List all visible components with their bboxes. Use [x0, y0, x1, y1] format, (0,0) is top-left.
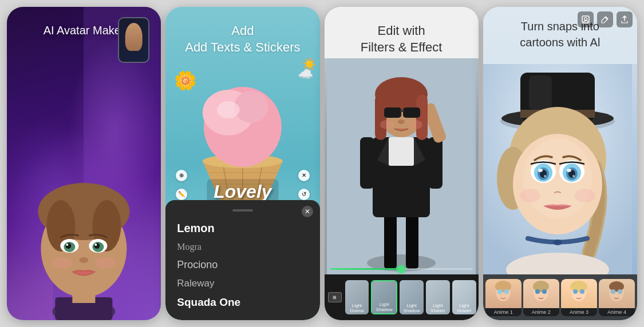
svg-rect-37 [389, 137, 414, 166]
filter-label-4: Light Shader [426, 303, 450, 313]
svg-point-52 [409, 120, 422, 129]
anime-face-1 [493, 281, 513, 306]
svg-point-87 [533, 281, 549, 292]
svg-point-17 [52, 257, 73, 269]
svg-point-72 [538, 169, 543, 172]
svg-point-73 [567, 169, 571, 172]
svg-point-13 [94, 243, 100, 249]
anime-label-4: Anime 4 [599, 308, 635, 316]
filter-thumb-1[interactable]: Light Drama [345, 280, 369, 314]
svg-point-77 [575, 189, 595, 202]
fashion-figure-svg [327, 58, 476, 274]
svg-point-18 [96, 257, 116, 269]
svg-rect-45 [375, 94, 386, 140]
ai-face-svg [21, 137, 147, 320]
svg-point-89 [542, 289, 547, 294]
font-dropdown[interactable]: ✕ Lemon Mogra Prociono Raleway Squada On… [165, 200, 319, 320]
card-ai-avatar: AI Avatar Maker [7, 7, 161, 320]
filter-slider-area [325, 268, 479, 270]
filter-slider-track[interactable] [330, 268, 473, 270]
svg-point-16 [80, 257, 89, 263]
svg-point-85 [504, 289, 509, 294]
cartoon-face-area [483, 64, 637, 274]
svg-point-14 [66, 244, 69, 246]
pencil-icon [601, 15, 609, 23]
filter-label-2: Light Shadow [372, 302, 396, 312]
font-item-lemon[interactable]: Lemon [165, 218, 319, 238]
text-edit-pencil-btn[interactable]: ✏️ [176, 189, 187, 200]
card-cartoon-ai: Turn snaps intocartoons with Al [483, 7, 637, 320]
svg-point-91 [570, 281, 587, 292]
filter-label-3: Light Shadow [400, 303, 424, 313]
filter-thumb-2[interactable]: Light Shadow [371, 280, 397, 314]
mini-phone-frame [118, 17, 149, 63]
svg-rect-48 [403, 107, 420, 118]
anime-thumb-1[interactable]: Anime 1 [485, 279, 521, 316]
cartoon-face-bg [483, 64, 637, 274]
text-edit-close-btn[interactable]: ✕ [298, 170, 310, 181]
slider-thumb[interactable] [397, 265, 405, 273]
upload-icon [621, 15, 629, 23]
cartoon-figure-svg [483, 64, 632, 274]
card-3-title: Edit withFilters & Effect [325, 23, 479, 55]
filter-strip: ⊞ Light Drama Light Shadow Light Shadow … [325, 274, 479, 320]
anime-thumb-3[interactable]: Anime 3 [561, 279, 597, 316]
svg-point-51 [380, 120, 394, 129]
edit-icon[interactable] [597, 11, 613, 27]
svg-rect-49 [400, 110, 404, 112]
share-icon-btn[interactable] [617, 11, 633, 27]
svg-point-92 [573, 289, 578, 294]
ai-avatar-image [7, 54, 161, 320]
dropdown-handle [232, 209, 253, 212]
anime-style-strip: Anime 1 Anime 2 [483, 274, 637, 320]
svg-point-84 [497, 289, 502, 294]
svg-rect-47 [384, 107, 401, 118]
filter-settings-icon[interactable]: ⊞ [327, 289, 343, 305]
screenshots-container: AI Avatar Maker [0, 0, 644, 327]
svg-point-97 [618, 289, 622, 294]
filter-thumb-4[interactable]: Light Shader [426, 280, 450, 314]
anime-face-4 [607, 281, 627, 306]
dropdown-close-btn[interactable]: ✕ [302, 206, 313, 217]
lovely-text: Lovely [214, 181, 271, 202]
card-texts-stickers: AddAdd Texts & Stickers [165, 7, 319, 320]
font-item-squada[interactable]: Squada One [165, 293, 319, 316]
filter-thumb-5[interactable]: Light Shader [452, 280, 476, 314]
svg-point-74 [544, 175, 546, 177]
svg-point-78 [553, 240, 562, 245]
face-icon [582, 15, 590, 23]
svg-point-31 [217, 101, 240, 118]
svg-rect-59 [529, 75, 552, 110]
font-item-mogra[interactable]: Mogra [165, 238, 319, 256]
filter-label-1: Light Drama [345, 303, 369, 313]
anime-label-3: Anime 3 [561, 308, 597, 316]
anime-thumb-2[interactable]: Anime 2 [523, 279, 559, 316]
card-4-icon-row [578, 11, 633, 27]
font-item-raleway[interactable]: Raleway [165, 274, 319, 293]
text-edit-rotate-btn[interactable]: ↺ [298, 189, 310, 200]
text-edit-copy-btn[interactable]: ⊕ [176, 170, 187, 181]
sun-sticker: ☀️ [302, 57, 317, 71]
card-filters-effect: Edit withFilters & Effect [325, 7, 479, 320]
font-item-prociono[interactable]: Prociono [165, 256, 319, 274]
svg-rect-40 [360, 137, 374, 189]
svg-point-76 [520, 189, 540, 202]
svg-point-88 [535, 289, 540, 294]
anime-label-1: Anime 1 [485, 308, 521, 316]
svg-point-95 [609, 281, 624, 292]
filter-thumb-3[interactable]: Light Shadow [400, 280, 424, 314]
svg-point-50 [398, 119, 405, 124]
svg-point-83 [495, 281, 511, 292]
svg-point-15 [95, 244, 97, 246]
slider-fill [330, 268, 402, 270]
svg-point-30 [234, 91, 268, 123]
anime-face-3 [569, 281, 589, 306]
anime-thumb-4[interactable]: Anime 4 [599, 279, 635, 316]
anime-label-2: Anime 2 [523, 308, 559, 316]
anime-face-2 [531, 281, 551, 306]
face-select-icon[interactable] [578, 11, 594, 27]
daisy-sticker: 🌼 [174, 70, 197, 91]
filter-label-5: Light Shader [452, 303, 476, 313]
svg-point-96 [611, 289, 615, 294]
svg-point-93 [580, 289, 584, 294]
